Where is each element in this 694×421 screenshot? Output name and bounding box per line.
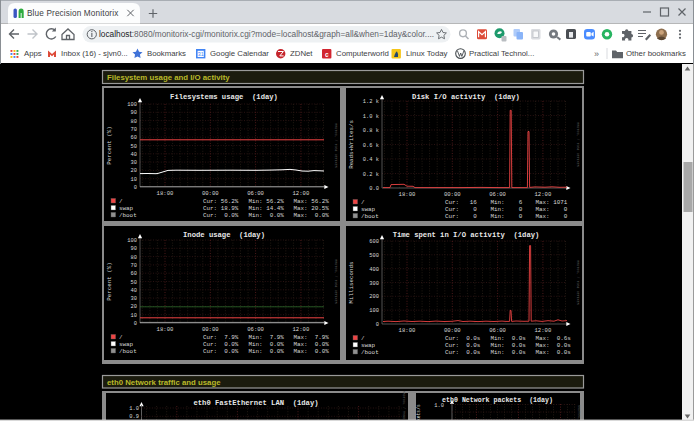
- svg-text:Inbox (16) - sjvn0...: Inbox (16) - sjvn0...: [61, 49, 128, 58]
- svg-text:Time spent in I/O activity (1: Time spent in I/O activity (1day): [393, 231, 540, 239]
- svg-text:400: 400: [369, 267, 379, 273]
- svg-text:localhost:8080/monitorix-cgi/m: localhost:8080/monitorix-cgi/monitorix.c…: [99, 29, 434, 39]
- svg-text:/boot: /boot: [119, 212, 137, 219]
- svg-text:Min: 6: Min: 6: [491, 199, 523, 206]
- svg-text:c: c: [325, 51, 329, 58]
- svg-text:/: /: [119, 198, 123, 205]
- svg-text:RRDTOOL: RRDTOOL: [577, 405, 581, 419]
- svg-text:18:00: 18:00: [399, 191, 416, 198]
- svg-text:Cur: 56.2%: Cur: 56.2%: [203, 198, 239, 205]
- svg-text:eth0 Network traffic and usage: eth0 Network traffic and usage: [107, 378, 221, 387]
- svg-text:Blue Precision Monitorix: Blue Precision Monitorix: [27, 9, 118, 18]
- svg-text:Cur: 0.0%: Cur: 0.0%: [203, 212, 239, 219]
- svg-text:Min: 14.4%: Min: 14.4%: [249, 205, 285, 212]
- svg-text:eth0 FastEthernet LAN (1day): eth0 FastEthernet LAN (1day): [193, 399, 318, 407]
- svg-text:Min: 56.2%: Min: 56.2%: [249, 198, 285, 205]
- svg-text:Cur: 7.9%: Cur: 7.9%: [203, 334, 239, 341]
- svg-text:Inode usage (1day): Inode usage (1day): [183, 231, 265, 239]
- svg-text:12:00: 12:00: [535, 327, 552, 334]
- svg-text:Max: 20.5%: Max: 20.5%: [294, 205, 330, 212]
- svg-text:Max: 0.6s: Max: 0.6s: [536, 335, 572, 342]
- svg-text:40: 40: [131, 152, 137, 158]
- svg-text:Cur: 0.0s: Cur: 0.0s: [445, 342, 481, 349]
- svg-text:Cur: 0.0%: Cur: 0.0%: [203, 348, 239, 355]
- svg-text:Cur: 0.0s: Cur: 0.0s: [445, 349, 481, 356]
- svg-text:90: 90: [131, 246, 137, 252]
- svg-text:0.4 k: 0.4 k: [363, 157, 379, 163]
- svg-text:18:00: 18:00: [157, 326, 174, 333]
- svg-text:RRDTOOL / TOBI OETIKER: RRDTOOL / TOBI OETIKER: [402, 391, 406, 421]
- svg-text:/boot: /boot: [361, 213, 379, 220]
- svg-text:Min: 0.0%: Min: 0.0%: [249, 212, 285, 219]
- svg-text:Cur: 16: Cur: 16: [445, 199, 477, 206]
- svg-text:00:00: 00:00: [444, 327, 461, 334]
- svg-text:50: 50: [131, 144, 137, 150]
- svg-text:40: 40: [131, 288, 137, 294]
- svg-text:Min: 0.0%: Min: 0.0%: [249, 341, 285, 348]
- svg-text:70: 70: [131, 127, 137, 133]
- svg-text:1.0 k: 1.0 k: [363, 114, 379, 120]
- svg-text:RRDTOOL / TOBI OETIKER: RRDTOOL / TOBI OETIKER: [576, 122, 580, 167]
- svg-text:/: /: [119, 334, 123, 341]
- svg-text:500: 500: [369, 253, 379, 259]
- svg-text:20: 20: [131, 304, 137, 310]
- svg-text:Filesystems usage (1day): Filesystems usage (1day): [170, 93, 278, 101]
- svg-text:swap: swap: [361, 342, 376, 349]
- svg-text:/boot: /boot: [361, 349, 379, 356]
- svg-text:Min: 0.0s: Min: 0.0s: [491, 335, 527, 342]
- svg-text:00:00: 00:00: [202, 326, 219, 333]
- svg-text:/boot: /boot: [119, 348, 137, 355]
- svg-text:00:00: 00:00: [444, 191, 461, 198]
- svg-text:60: 60: [131, 271, 137, 277]
- svg-text:eth0 Network packets (1day): eth0 Network packets (1day): [442, 397, 553, 404]
- svg-text:/: /: [361, 335, 365, 342]
- svg-text:Max: 0.0s: Max: 0.0s: [536, 342, 572, 349]
- svg-text:100: 100: [369, 308, 379, 314]
- svg-text:Max: 0.0s: Max: 0.0s: [536, 349, 572, 356]
- svg-text:1.0: 1.0: [129, 406, 139, 412]
- svg-text:Filesystem usage and I/O activ: Filesystem usage and I/O activity: [107, 73, 230, 82]
- svg-text:»: »: [594, 49, 599, 59]
- svg-text:Reads+Writes/s: Reads+Writes/s: [348, 120, 355, 169]
- svg-text:Min: 0: Min: 0: [491, 206, 523, 213]
- svg-text:Min: 7.9%: Min: 7.9%: [249, 334, 285, 341]
- svg-text:30: 30: [131, 160, 137, 166]
- svg-text:Cur: 0: Cur: 0: [445, 206, 477, 213]
- svg-text:Max: 7.9%: Max: 7.9%: [294, 334, 330, 341]
- svg-text:80: 80: [131, 119, 137, 125]
- svg-text:Min: 0.0s: Min: 0.0s: [491, 342, 527, 349]
- svg-text:Max: 0.0%: Max: 0.0%: [294, 341, 330, 348]
- svg-text:Apps: Apps: [24, 49, 42, 58]
- svg-text:0.0: 0.0: [369, 186, 379, 192]
- svg-text:Cur: 0: Cur: 0: [445, 213, 477, 220]
- svg-text:0: 0: [376, 322, 379, 328]
- svg-text:20: 20: [131, 168, 137, 174]
- svg-text:Google Calendar: Google Calendar: [210, 49, 269, 58]
- svg-text:Percent (%): Percent (%): [106, 262, 113, 300]
- svg-text:Max: 1071: Max: 1071: [536, 199, 568, 206]
- svg-text:Cur: 18.9%: Cur: 18.9%: [203, 205, 239, 212]
- svg-text:Cur: 0.0s: Cur: 0.0s: [445, 335, 481, 342]
- svg-text:swap: swap: [361, 206, 376, 213]
- svg-text:0.8 k: 0.8 k: [363, 128, 379, 134]
- svg-text:60: 60: [131, 135, 137, 141]
- svg-text:Cur: 0.0%: Cur: 0.0%: [203, 341, 239, 348]
- svg-text:Disk I/O activity (1day): Disk I/O activity (1day): [412, 93, 520, 101]
- svg-text:31: 31: [198, 51, 204, 57]
- svg-text:Bookmarks: Bookmarks: [147, 49, 186, 58]
- svg-text:12:00: 12:00: [293, 190, 310, 197]
- svg-text:18:00: 18:00: [157, 190, 174, 197]
- svg-text:100: 100: [127, 238, 137, 244]
- svg-text:06:00: 06:00: [247, 190, 264, 197]
- svg-text:10: 10: [131, 177, 137, 183]
- svg-text:30: 30: [131, 296, 137, 302]
- svg-text:Practical Technol...: Practical Technol...: [469, 49, 534, 58]
- svg-text:0.6 k: 0.6 k: [363, 143, 379, 149]
- svg-text:RRDTOOL / TOBI OETIKER: RRDTOOL / TOBI OETIKER: [576, 260, 580, 305]
- svg-text:Percent (%): Percent (%): [106, 126, 113, 164]
- svg-text:RRDTOOL / TOBI OETIKER: RRDTOOL / TOBI OETIKER: [334, 123, 338, 168]
- svg-text:ZDNet: ZDNet: [290, 49, 313, 58]
- svg-text:RRDTOOL / TOBI OETIKER: RRDTOOL / TOBI OETIKER: [334, 259, 338, 304]
- svg-text:0: 0: [134, 321, 137, 327]
- svg-text:swap: swap: [119, 341, 134, 348]
